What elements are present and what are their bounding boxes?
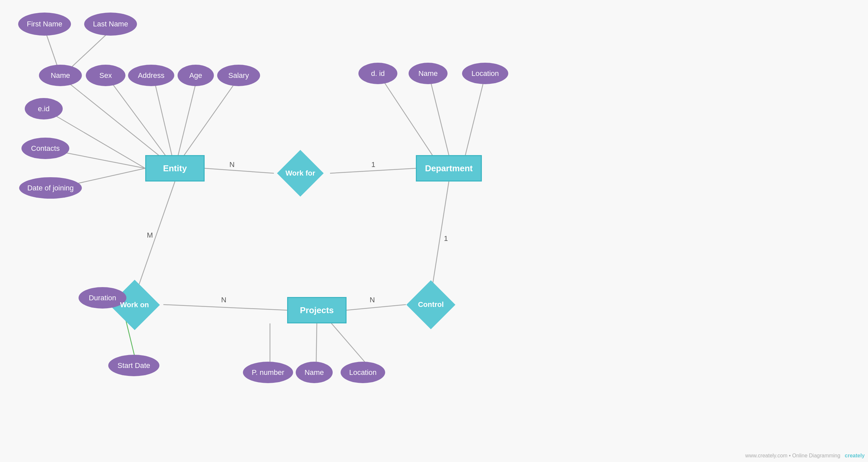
dname-node: Name [409, 63, 447, 84]
lastname-label: Last Name [93, 20, 128, 28]
svg-text:N: N [221, 296, 226, 304]
name-node: Name [39, 65, 82, 86]
eid-label: e.id [38, 104, 50, 113]
department-label: Department [425, 163, 473, 174]
svg-text:1: 1 [371, 160, 375, 168]
entity-node: Entity [145, 155, 205, 182]
svg-text:M: M [147, 231, 153, 239]
salary-label: Salary [228, 71, 249, 80]
did-node: d. id [359, 63, 397, 84]
firstname-label: First Name [27, 20, 62, 28]
control-diamond: Control [402, 290, 460, 319]
age-label: Age [189, 71, 202, 80]
salary-node: Salary [217, 65, 260, 86]
svg-line-16 [465, 75, 485, 155]
workfor-diamond: Work for [271, 158, 330, 188]
contacts-node: Contacts [22, 137, 69, 159]
svg-line-10 [205, 168, 274, 173]
address-node: Address [128, 65, 174, 86]
location-label: Location [471, 69, 499, 78]
plocation-label: Location [349, 368, 377, 377]
svg-line-21 [346, 305, 406, 310]
svg-text:1: 1 [444, 234, 448, 243]
svg-text:N: N [370, 296, 375, 304]
workfor-label: Work for [285, 169, 315, 178]
plocation-node: Location [341, 362, 385, 383]
svg-line-5 [175, 77, 197, 168]
svg-line-19 [163, 305, 287, 310]
svg-line-2 [61, 77, 175, 168]
workon-label: Work on [120, 301, 149, 309]
svg-line-26 [316, 324, 317, 363]
duration-node: Duration [79, 287, 126, 309]
dname-label: Name [418, 69, 438, 78]
dateofjoin-node: Date of joining [19, 177, 82, 199]
pname-label: Name [305, 368, 324, 377]
dateofjoin-label: Date of joining [27, 184, 74, 192]
pnumber-label: P. number [252, 368, 284, 377]
watermark: www.creately.com • Online Diagramming cr… [745, 453, 865, 459]
entity-label: Entity [163, 163, 187, 174]
brand-logo: creately [845, 453, 865, 458]
svg-line-15 [429, 75, 449, 155]
location-node: Location [462, 63, 508, 84]
sex-label: Sex [99, 71, 112, 80]
duration-label: Duration [89, 294, 116, 302]
name-label: Name [51, 71, 70, 80]
svg-line-27 [330, 322, 366, 363]
svg-text:N: N [229, 160, 235, 168]
startdate-node: Start Date [108, 355, 159, 376]
pname-node: Name [296, 362, 333, 383]
department-node: Department [416, 155, 482, 182]
svg-line-7 [45, 110, 145, 168]
pnumber-node: P. number [243, 362, 293, 383]
address-label: Address [138, 71, 165, 80]
lastname-node: Last Name [84, 12, 137, 36]
svg-line-4 [153, 77, 175, 168]
startdate-label: Start Date [118, 361, 150, 370]
sex-node: Sex [86, 65, 125, 86]
projects-node: Projects [287, 297, 346, 324]
svg-line-6 [175, 77, 239, 168]
firstname-node: First Name [18, 12, 71, 36]
control-label: Control [418, 300, 443, 309]
svg-line-12 [330, 168, 416, 173]
eid-node: e.id [25, 98, 63, 120]
svg-line-14 [379, 75, 432, 155]
did-label: d. id [371, 69, 385, 78]
projects-label: Projects [300, 305, 334, 315]
age-node: Age [178, 65, 214, 86]
contacts-label: Contacts [31, 144, 60, 153]
svg-line-17 [137, 182, 175, 290]
